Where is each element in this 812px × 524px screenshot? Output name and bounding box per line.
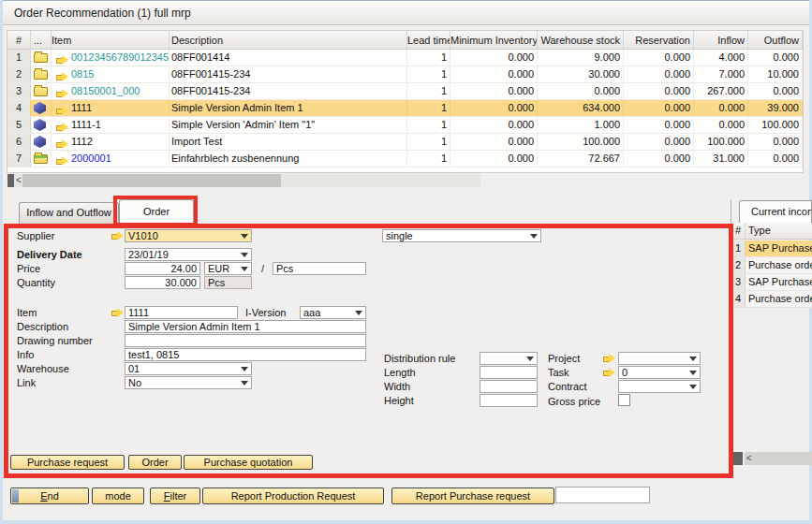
item-cell[interactable]: 08150001_000	[52, 83, 170, 99]
column-header-item[interactable]: Item	[52, 31, 170, 49]
column-header-minimum-inventory[interactable]: Minimum Inventory	[450, 31, 538, 49]
item-type-cell[interactable]	[31, 117, 52, 133]
minimum-inventory-cell[interactable]: 0.000	[450, 83, 538, 99]
description-cell[interactable]: Simple Version 'Admin' Item "1"	[170, 117, 407, 133]
tab-current-income[interactable]: Current income	[739, 200, 812, 223]
inflow-cell[interactable]: 267.000	[694, 83, 748, 99]
gross-price-checkbox[interactable]	[618, 394, 630, 406]
supplier-link-arrow-icon[interactable]	[111, 231, 125, 240]
minimum-inventory-cell[interactable]: 0.000	[450, 134, 538, 150]
minimum-inventory-cell[interactable]: 0.000	[450, 100, 538, 116]
scroll-left-icon[interactable]: <	[16, 174, 22, 187]
panel-column-header-type[interactable]: Type	[746, 223, 812, 239]
row-number-cell[interactable]: 6	[7, 134, 31, 150]
warehouse-stock-cell[interactable]: 72.667	[538, 151, 624, 167]
report-purchase-request-button[interactable]: Report Purchase request	[391, 488, 554, 504]
currency-combo[interactable]: EUR	[204, 262, 252, 275]
item-cell[interactable]: 1111-1	[52, 117, 170, 133]
outflow-cell[interactable]: 100.000	[748, 117, 803, 133]
column-header-outflow[interactable]: Outflow	[748, 31, 803, 49]
panel-horizontal-scrollbar[interactable]: <	[745, 452, 812, 465]
table-row[interactable]: 7 2000001 Einfahrblech zusbenennung 1 0.…	[7, 151, 803, 167]
item-type-cell[interactable]	[31, 50, 52, 66]
drawing-number-input[interactable]	[125, 334, 366, 347]
item-cell[interactable]: 0815	[52, 66, 170, 82]
order-method-combo[interactable]: single	[382, 229, 541, 242]
panel-type-cell[interactable]: SAP Purchase	[746, 240, 812, 256]
link-combo[interactable]: No	[125, 376, 252, 389]
inflow-cell[interactable]: 31.000	[694, 151, 748, 167]
panel-row-number-cell[interactable]: 2	[731, 257, 746, 273]
table-row[interactable]: 4 1111 Simple Version Admin Item 1 1 0.0…	[7, 100, 803, 117]
length-input[interactable]	[480, 366, 538, 379]
delivery-date-combo[interactable]: 23/01/19	[125, 248, 252, 261]
reservation-cell[interactable]: 0.000	[624, 83, 694, 99]
description-cell[interactable]: Import Test	[170, 134, 407, 150]
warehouse-stock-cell[interactable]: 9.000	[538, 50, 624, 66]
row-number-cell[interactable]: 4	[7, 100, 31, 116]
distribution-rule-combo[interactable]	[480, 352, 538, 365]
table-row[interactable]: 1 0012345678901234567901 08FF001414 1 0.…	[7, 50, 803, 66]
link-arrow-icon[interactable]	[56, 106, 69, 115]
item-type-cell[interactable]	[31, 151, 52, 167]
purchase-request-button[interactable]: Purchase request	[10, 455, 125, 470]
footer-text-input[interactable]	[555, 487, 650, 503]
row-number-cell[interactable]: 2	[7, 66, 31, 82]
supplier-combo[interactable]: V1010	[125, 229, 252, 242]
table-row[interactable]: 2 0815 08FF001415-234 1 0.000 30.000 0.0…	[7, 66, 803, 83]
column-header-num[interactable]: #	[7, 31, 31, 49]
panel-row-number-cell[interactable]: 1	[731, 240, 746, 256]
panel-scrollbar-gripper[interactable]	[732, 452, 743, 465]
item-input[interactable]	[125, 306, 238, 319]
lead-time-cell[interactable]: 1	[407, 83, 450, 99]
table-row[interactable]: 3 08150001_000 08FF001415-234 1 0.000 0.…	[7, 83, 803, 100]
panel-type-cell[interactable]: Purchase orde	[746, 291, 812, 307]
description-input[interactable]	[125, 320, 366, 333]
item-type-cell[interactable]	[31, 134, 52, 150]
lead-time-cell[interactable]: 1	[407, 100, 450, 116]
lead-time-cell[interactable]: 1	[407, 151, 450, 167]
tab-inflow-and-outflow[interactable]: Inflow and Outflow	[19, 202, 119, 224]
panel-row[interactable]: 1 SAP Purchase	[731, 240, 812, 257]
link-arrow-icon[interactable]	[56, 55, 69, 65]
row-number-cell[interactable]: 1	[7, 50, 31, 66]
item-type-cell[interactable]	[31, 100, 52, 116]
warehouse-combo[interactable]: 01	[125, 362, 252, 375]
item-cell[interactable]: 2000001	[52, 151, 170, 167]
table-row[interactable]: 5 1111-1 Simple Version 'Admin' Item "1"…	[7, 117, 803, 134]
column-header-icon[interactable]: ...	[31, 31, 52, 49]
description-cell[interactable]: 08FF001415-234	[170, 83, 407, 99]
panel-type-cell[interactable]: SAP Purchase	[746, 274, 812, 290]
reservation-cell[interactable]: 0.000	[624, 151, 694, 167]
outflow-cell[interactable]: 0.000	[748, 50, 803, 66]
inflow-cell[interactable]: 4.000	[694, 50, 748, 66]
end-button[interactable]: End	[10, 488, 89, 504]
minimum-inventory-cell[interactable]: 0.000	[450, 151, 538, 167]
reservation-cell[interactable]: 0.000	[624, 50, 694, 66]
lead-time-cell[interactable]: 1	[407, 134, 450, 150]
contract-combo[interactable]	[618, 380, 701, 393]
quantity-input[interactable]	[125, 276, 200, 289]
link-arrow-icon[interactable]	[56, 139, 69, 149]
table-scrollbar-gripper[interactable]	[7, 174, 14, 187]
panel-column-header-num[interactable]: #	[731, 223, 746, 239]
reservation-cell[interactable]: 0.000	[624, 134, 694, 150]
warehouse-stock-cell[interactable]: 30.000	[538, 66, 624, 82]
filter-button[interactable]: Filter	[150, 488, 200, 504]
description-cell[interactable]: 08FF001414	[170, 50, 407, 66]
width-input[interactable]	[480, 380, 538, 393]
panel-row-number-cell[interactable]: 4	[731, 291, 746, 307]
table-horizontal-scrollbar[interactable]: <	[14, 174, 480, 187]
lead-time-cell[interactable]: 1	[407, 117, 450, 133]
task-link-arrow-icon[interactable]	[603, 368, 616, 377]
column-header-inflow[interactable]: Inflow	[694, 31, 748, 49]
item-link-arrow-icon[interactable]	[111, 308, 125, 317]
info-input[interactable]	[125, 348, 366, 361]
description-cell[interactable]: 08FF001415-234	[170, 66, 407, 82]
warehouse-stock-cell[interactable]: 100.000	[538, 134, 624, 150]
warehouse-stock-cell[interactable]: 0.000	[538, 83, 624, 99]
row-number-cell[interactable]: 5	[7, 117, 31, 133]
link-arrow-icon[interactable]	[56, 123, 69, 132]
inflow-cell[interactable]: 100.000	[694, 134, 748, 150]
reservation-cell[interactable]: 0.000	[624, 100, 694, 116]
